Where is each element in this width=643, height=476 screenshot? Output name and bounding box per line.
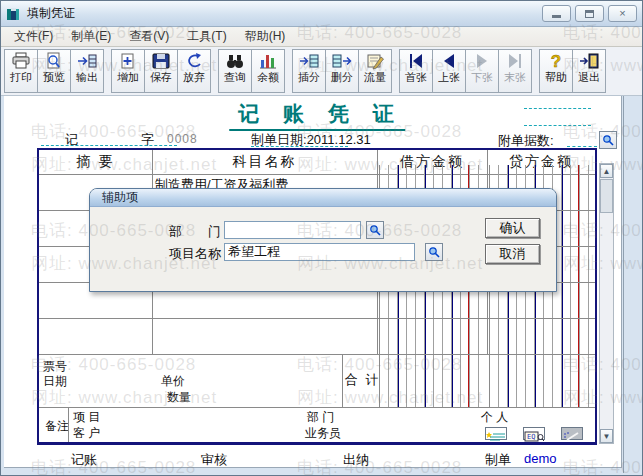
note-tool-button[interactable] bbox=[485, 427, 507, 440]
dept-field-label: 部 门 bbox=[169, 223, 221, 241]
exit-icon bbox=[578, 52, 600, 70]
scroll-thumb[interactable] bbox=[600, 179, 613, 213]
attach-dash-2 bbox=[524, 125, 591, 126]
bar-chart-icon bbox=[257, 52, 279, 70]
printer-icon bbox=[10, 52, 32, 70]
add-icon bbox=[117, 52, 139, 70]
project-input[interactable] bbox=[224, 243, 415, 261]
first-page-icon bbox=[405, 52, 427, 70]
project-field-label: 项目名称 bbox=[169, 245, 221, 263]
menu-tools[interactable]: 工具(T) bbox=[178, 26, 235, 47]
attach-lookup-button[interactable] bbox=[599, 131, 617, 149]
toolbar-next-button: 下张 bbox=[465, 49, 499, 93]
restore-icon bbox=[585, 10, 594, 18]
toolbar-last-button: 末张 bbox=[498, 49, 532, 93]
credit-total-ruling bbox=[489, 354, 595, 407]
undo-icon bbox=[183, 52, 205, 70]
magnifier-icon bbox=[428, 246, 440, 258]
toolbar-export-button[interactable]: 输出 bbox=[70, 49, 104, 93]
arrow-up-icon: ▲ bbox=[603, 167, 611, 176]
toolbar-query-button[interactable]: 查询 bbox=[218, 49, 252, 93]
menu-help[interactable]: 帮助(H) bbox=[236, 26, 295, 47]
dept-input[interactable] bbox=[224, 221, 361, 239]
remark-label: 备注 bbox=[45, 418, 69, 435]
menu-voucher[interactable]: 制单(E) bbox=[62, 26, 120, 47]
viewer-tool-button[interactable]: EQ bbox=[523, 427, 545, 440]
arrow-down-icon: ▼ bbox=[603, 432, 611, 441]
menu-file[interactable]: 文件(F) bbox=[5, 26, 62, 47]
toolbar-first-button[interactable]: 首张 bbox=[399, 49, 433, 93]
voucher-word-label: 记 bbox=[65, 131, 78, 149]
toolbar-discard-button[interactable]: 放弃 bbox=[177, 49, 211, 93]
minimize-button[interactable] bbox=[542, 5, 571, 22]
close-icon: × bbox=[619, 8, 625, 19]
restore-button[interactable] bbox=[575, 5, 604, 22]
toolbar-preview-button[interactable]: 预览 bbox=[37, 49, 71, 93]
title-bar: 填制凭证 × bbox=[1, 1, 642, 27]
toolbar-prev-button[interactable]: 上张 bbox=[432, 49, 466, 93]
maker-name: demo bbox=[524, 451, 557, 466]
project-lookup-button[interactable] bbox=[425, 243, 443, 261]
debit-total-ruling bbox=[379, 354, 485, 407]
scroll-up-button[interactable]: ▲ bbox=[600, 164, 613, 178]
confirm-button[interactable]: 确认 bbox=[485, 218, 540, 238]
voucher-window: 填制凭证 × 文件(F) 制单(E) 查看(V) 工具(T) 帮助(H) 打印 … bbox=[0, 0, 643, 476]
toolbar-help-button[interactable]: ? 帮助 bbox=[539, 49, 573, 93]
scroll-down-button[interactable]: ▼ bbox=[600, 429, 613, 443]
voucher-number: 0008 bbox=[167, 132, 198, 146]
toolbar-balance-button[interactable]: 余额 bbox=[251, 49, 285, 93]
auxiliary-dialog: 辅助项 部 门 项目名称 确认 取消 bbox=[89, 188, 557, 292]
credit-header-ruling bbox=[489, 165, 595, 174]
attach-underline bbox=[567, 146, 597, 147]
toolbar-exit-button[interactable]: 退出 bbox=[572, 49, 606, 93]
toolbar-save-button[interactable]: 保存 bbox=[144, 49, 178, 93]
vertical-scrollbar[interactable]: ▲ ▼ bbox=[599, 163, 614, 444]
magnifier-icon bbox=[369, 224, 381, 236]
toolbar: 打印 预览 输出 增加 保存 放弃 查询 余额 bbox=[1, 47, 642, 96]
viewer-icon: EQ bbox=[524, 431, 544, 442]
make-date-value: 2011.12.31 bbox=[307, 132, 371, 147]
window-title: 填制凭证 bbox=[27, 5, 75, 22]
customer-label: 客 户 bbox=[73, 425, 100, 442]
person-label: 个 人 bbox=[481, 409, 508, 426]
help-icon: ? bbox=[545, 52, 567, 70]
app-icon bbox=[6, 6, 22, 22]
voucher-word2-label: 字 bbox=[141, 131, 154, 149]
close-button[interactable]: × bbox=[608, 5, 637, 22]
toolbar-cashflow-button[interactable]: 流量 bbox=[358, 49, 392, 93]
last-page-icon bbox=[504, 52, 526, 70]
dialog-title: 辅助项 bbox=[102, 189, 138, 206]
row-line bbox=[39, 318, 595, 319]
svg-text:EQ: EQ bbox=[527, 433, 535, 441]
dialog-title-bar[interactable]: 辅助项 bbox=[90, 189, 556, 207]
toolbar-add-button[interactable]: 增加 bbox=[111, 49, 145, 93]
date-underline bbox=[251, 146, 348, 147]
menu-view[interactable]: 查看(V) bbox=[120, 26, 178, 47]
quantity-label: 数量 bbox=[167, 389, 191, 406]
toolbar-delete-line-button[interactable]: 删分 bbox=[325, 49, 359, 93]
column-header-account: 科目名称 bbox=[152, 152, 377, 172]
toolbar-insert-line-button[interactable]: 插分 bbox=[292, 49, 326, 93]
column-header-summary: 摘 要 bbox=[39, 152, 152, 172]
wand-tool-button[interactable] bbox=[561, 427, 583, 440]
cancel-button[interactable]: 取消 bbox=[485, 244, 540, 264]
binoculars-icon bbox=[224, 52, 246, 70]
next-page-icon bbox=[471, 52, 493, 70]
window-inner-edge bbox=[623, 96, 624, 473]
save-icon bbox=[150, 52, 172, 70]
toolbar-print-button[interactable]: 打印 bbox=[4, 49, 38, 93]
magnifier-icon bbox=[602, 134, 614, 146]
ticket-date-label: 日期 bbox=[43, 373, 67, 390]
menu-bar: 文件(F) 制单(E) 查看(V) 工具(T) 帮助(H) bbox=[1, 27, 642, 47]
dept-lookup-button[interactable] bbox=[366, 221, 384, 239]
delete-line-icon bbox=[331, 52, 353, 70]
note-lines-icon bbox=[486, 431, 506, 442]
salesman-label: 业务员 bbox=[305, 425, 341, 442]
svg-text:?: ? bbox=[551, 52, 561, 70]
total-label: 合 计 bbox=[345, 371, 381, 389]
minimize-icon bbox=[552, 15, 561, 18]
row-line bbox=[39, 354, 595, 355]
auditor-sign-label: 审核 bbox=[201, 451, 227, 469]
project-label: 项 目 bbox=[73, 409, 100, 426]
magic-wand-icon bbox=[562, 431, 582, 442]
